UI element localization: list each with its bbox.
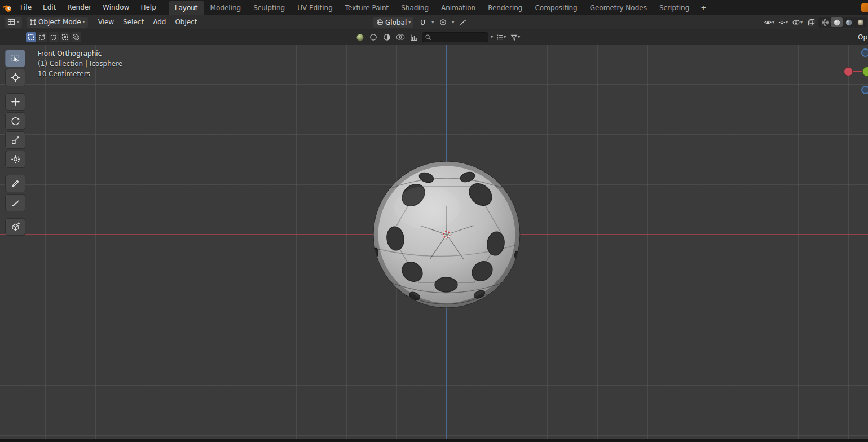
filter-funnel-icon	[510, 34, 518, 41]
half-sphere-button[interactable]	[381, 32, 393, 43]
material-preview-ball-button[interactable]	[354, 32, 365, 43]
add-cube-icon	[11, 222, 20, 232]
proportional-editing-icon	[439, 19, 447, 26]
snap-options-chevron[interactable]: ▾	[431, 20, 434, 25]
tab-shading[interactable]: Shading	[395, 1, 435, 15]
shading-wireframe-button[interactable]	[819, 17, 831, 27]
material-ball-icon	[356, 33, 364, 42]
scale-icon	[11, 135, 20, 145]
add-workspace-button[interactable]: +	[695, 1, 711, 15]
menu-add[interactable]: Add	[148, 15, 170, 29]
snap-toggle[interactable]	[417, 17, 428, 28]
tab-scripting[interactable]: Scripting	[653, 1, 695, 15]
tool-scale[interactable]	[5, 131, 25, 149]
select-mode-subtract-button[interactable]	[49, 32, 59, 42]
tab-uv-editing[interactable]: UV Editing	[291, 1, 339, 15]
tool-select-box[interactable]	[5, 50, 25, 67]
visibility-dropdown[interactable]: ▾	[763, 17, 776, 28]
display-mode-dropdown[interactable]: ▾	[495, 32, 507, 43]
menu-edit[interactable]: Edit	[37, 0, 61, 15]
tool-cursor[interactable]	[5, 69, 25, 86]
falloff-curve-button[interactable]	[457, 17, 469, 28]
menu-select[interactable]: Select	[118, 15, 148, 29]
list-display-icon	[496, 34, 504, 41]
tool-move[interactable]	[5, 93, 25, 111]
wireframe-sphere-icon	[821, 19, 829, 26]
select-box-icon	[11, 54, 20, 63]
editor-type-button[interactable]: ▾	[5, 17, 22, 28]
tool-measure[interactable]	[5, 194, 25, 211]
menu-help[interactable]: Help	[135, 0, 161, 15]
options-label[interactable]: Op	[858, 29, 868, 45]
double-sphere-icon	[396, 33, 405, 41]
select-mode-extend-button[interactable]	[37, 32, 47, 42]
gizmo-y-ball[interactable]	[862, 67, 868, 77]
gizmos-dropdown[interactable]: ▾	[777, 17, 789, 28]
tab-modeling[interactable]: Modeling	[204, 1, 248, 15]
histogram-icon	[410, 33, 418, 41]
transform-controls: Global ▾ ▾ ▾	[373, 15, 469, 29]
select-mode-intersect-button[interactable]	[71, 32, 81, 42]
search-field	[422, 32, 488, 42]
tab-animation[interactable]: Animation	[435, 1, 482, 15]
gizmo-z-positive-ball[interactable]	[861, 48, 868, 57]
search-options-chevron[interactable]: ▾	[491, 35, 493, 39]
blender-logo-icon[interactable]	[0, 0, 15, 15]
menu-render[interactable]: Render	[61, 0, 97, 15]
3d-cursor[interactable]	[440, 228, 453, 241]
chevron-down-icon: ▾	[800, 20, 803, 25]
transform-orientation-dropdown[interactable]: Global ▾	[373, 17, 413, 28]
menu-file[interactable]: File	[15, 0, 37, 15]
statistics-button[interactable]	[408, 32, 420, 43]
active-object-label: (1) Collection | Icosphere	[38, 59, 122, 69]
overlays-dropdown[interactable]: ▾	[791, 17, 804, 28]
display-filter-group: ▾ ▾ ▾	[354, 29, 521, 45]
solid-sphere-icon	[833, 19, 841, 26]
tab-geometry-nodes[interactable]: Geometry Nodes	[584, 1, 653, 15]
tab-rendering[interactable]: Rendering	[482, 1, 528, 15]
proportional-options-chevron[interactable]: ▾	[452, 20, 454, 25]
select-mode-set-button[interactable]	[26, 32, 36, 42]
annotate-pen-icon	[11, 179, 20, 188]
grid-scale-label: 10 Centimeters	[38, 69, 122, 79]
tab-texture-paint[interactable]: Texture Paint	[339, 1, 395, 15]
shading-solid-button[interactable]	[831, 17, 843, 27]
proportional-editing-toggle[interactable]	[437, 17, 448, 28]
menu-object[interactable]: Object	[170, 15, 201, 29]
tool-transform[interactable]	[5, 151, 25, 168]
menu-view[interactable]: View	[94, 15, 118, 29]
double-sphere-button[interactable]	[395, 32, 406, 43]
tab-layout[interactable]: Layout	[169, 1, 204, 15]
sphere-outline-button[interactable]	[368, 32, 379, 43]
xray-toggle[interactable]	[805, 17, 817, 28]
shading-rendered-button[interactable]	[854, 17, 866, 27]
chevron-down-icon: ▾	[408, 20, 411, 25]
tool-annotate[interactable]	[5, 175, 25, 192]
xray-icon	[808, 19, 815, 26]
shading-material-button[interactable]	[843, 17, 854, 27]
tab-sculpting[interactable]: Sculpting	[247, 1, 291, 15]
chevron-down-icon: ▾	[83, 20, 85, 24]
menu-window[interactable]: Window	[97, 0, 135, 15]
gizmo-x-negative-ball[interactable]	[844, 67, 853, 76]
select-mode-invert-button[interactable]	[60, 32, 70, 42]
magnet-icon	[419, 19, 426, 26]
material-sphere-icon	[845, 19, 853, 26]
viewport-3d[interactable]: Front Orthographic (1) Collection | Icos…	[0, 45, 868, 439]
sphere-outline-icon	[369, 33, 377, 41]
scene-icon[interactable]	[861, 3, 868, 12]
gizmo-icon	[778, 19, 786, 26]
orientation-global-icon	[376, 19, 384, 26]
falloff-curve-icon	[459, 19, 467, 26]
gizmo-z-negative-ball[interactable]	[861, 86, 868, 94]
search-input[interactable]	[431, 34, 480, 41]
tool-rotate[interactable]	[5, 112, 25, 130]
mode-selector[interactable]: Object Mode ▾	[27, 17, 88, 28]
transform-icon	[11, 154, 20, 164]
tab-compositing[interactable]: Compositing	[528, 1, 583, 15]
shading-mode-segment	[818, 17, 867, 28]
viewport-menus: View Select Add Object	[94, 15, 202, 29]
filter-dropdown[interactable]: ▾	[509, 32, 521, 43]
measure-icon	[11, 198, 20, 207]
tool-add-cube[interactable]	[5, 218, 25, 236]
